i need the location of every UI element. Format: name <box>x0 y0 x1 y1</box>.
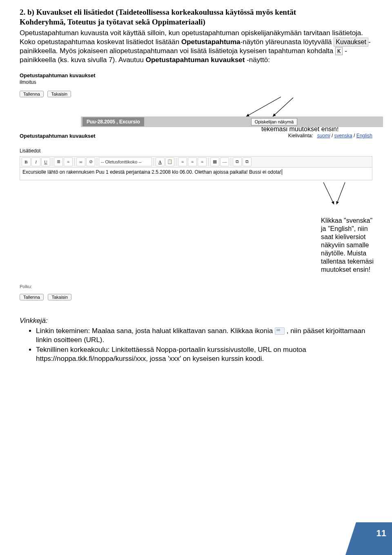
note2-l3: saat kieliversiot <box>321 233 365 240</box>
shot2-subtitle: Lisätiedot <box>20 148 372 154</box>
save-button[interactable]: Tallenna <box>20 91 44 97</box>
bottom-buttons: Tallenna Takaisin <box>20 293 372 300</box>
p1b: Opetustapahtuma <box>181 38 241 46</box>
paste-plain-icon[interactable]: ⧉ <box>243 157 252 166</box>
back-button[interactable]: Takaisin <box>47 91 71 97</box>
toolbar-sep <box>231 158 231 166</box>
toolbar-sep <box>176 158 176 166</box>
font-color-icon[interactable]: A <box>156 157 165 166</box>
note2-l2: ja "English", niin <box>321 225 368 232</box>
tip1a: Linkin tekeminen: Maalaa sana, josta hal… <box>36 327 275 335</box>
toolbar-sep <box>154 158 154 166</box>
intro-paragraph: Opetustapahtuman kuvausta voit käyttää s… <box>20 29 372 65</box>
tip-item-noppa: Teknillinen korkeakoulu: Linkitettäessä … <box>36 345 372 363</box>
hr-icon[interactable]: — <box>220 157 229 166</box>
lang-en-link[interactable]: English <box>356 133 372 139</box>
caret-icon <box>282 169 282 175</box>
course-bar: Puu-28.2005 , Excursio Opiskelijan näkym… <box>81 116 383 127</box>
toolbar-sep <box>208 158 209 166</box>
language-selector: Kielivalinta: suomi / svenska / English <box>288 133 372 139</box>
kuvaukset-button-label: Kuvaukset <box>334 38 368 47</box>
editor-content[interactable]: Excursiolle lähtö on rakennuksen Puu 1 e… <box>20 168 372 180</box>
numbered-list-icon[interactable]: ≡ <box>64 157 73 166</box>
copy-icon[interactable]: ⧉ <box>233 157 242 166</box>
svg-line-2 <box>323 182 334 204</box>
lang-fi-link[interactable]: suomi <box>317 133 330 139</box>
annotation-languages: Klikkaa "svenska" ja "English", niin saa… <box>321 217 382 274</box>
toolbar-sep <box>52 158 52 166</box>
tips-heading: Vinkkejä: <box>20 317 372 325</box>
link-icon <box>275 327 285 335</box>
k-button-label: K <box>335 47 343 55</box>
screenshot-kuvaukset-editor: Opetustapahtuman kuvaukset Kielivalinta:… <box>20 133 372 170</box>
save-button-bottom[interactable]: Tallenna <box>20 294 44 300</box>
annotation-arrows-2 <box>0 180 372 229</box>
page-number-tab: 11 <box>356 522 392 555</box>
heading-line2: Kohderyhmä, Toteutus ja työtavat sekä Op… <box>20 18 205 26</box>
table-icon[interactable]: ▦ <box>210 157 219 166</box>
section-heading: 2. b) Kuvaukset eli lisätiedot (Taideteo… <box>20 7 372 27</box>
shot1-title: Opetustapahtuman kuvaukset <box>20 72 372 78</box>
p1g: -näyttö: <box>245 56 270 64</box>
page-number: 11 <box>376 528 386 539</box>
svg-line-3 <box>336 182 345 204</box>
note2-l1: Klikkaa "svenska" <box>321 217 372 224</box>
align-right-icon[interactable]: ≡ <box>198 157 207 166</box>
p1f: Opetustapahtuman kuvaukset <box>146 56 245 64</box>
note2-l6: tallentaa tekemäsi <box>321 258 374 265</box>
svg-line-0 <box>246 97 281 116</box>
link-icon[interactable]: ∞ <box>76 157 85 166</box>
toolbar-sep <box>74 158 75 166</box>
note2-l7: muutokset ensin! <box>321 266 370 273</box>
back-button-bottom[interactable]: Takaisin <box>48 294 71 300</box>
student-view-button[interactable]: Opiskelijan näkymä <box>251 118 297 125</box>
shot1-subtitle: ilmoitus <box>20 79 372 85</box>
note2-l4: näkyviin samalle <box>321 242 369 248</box>
italic-icon[interactable]: I <box>31 157 40 166</box>
align-center-icon[interactable]: ≡ <box>188 157 197 166</box>
lang-label: Kielivalinta: <box>288 133 313 139</box>
lang-sv-link[interactable]: svenska <box>334 133 352 139</box>
note2-l5: näytölle. Muista <box>321 250 366 257</box>
tip-item-link: Linkin tekeminen: Maalaa sana, josta hal… <box>36 327 372 345</box>
align-left-icon[interactable]: ≡ <box>178 157 187 166</box>
tips-list: Linkin tekeminen: Maalaa sana, josta hal… <box>20 327 372 363</box>
screenshot-kuvaukset-top: Opetustapahtuman kuvaukset ilmoitus Tall… <box>20 72 372 130</box>
svg-line-1 <box>273 98 293 116</box>
editor-text: Excursiolle lähtö on rakennuksen Puu 1 e… <box>22 169 281 175</box>
paste-icon[interactable]: 📋 <box>165 157 174 166</box>
path-label: Polku: <box>20 284 372 289</box>
font-size-select[interactable]: -- Oletusfonttikoko -- <box>99 157 152 166</box>
underline-icon[interactable]: U <box>41 157 50 166</box>
editor-toolbar: B I U ≣ ≡ ∞ ⊘ -- Oletusfonttikoko -- A 📋… <box>20 156 372 168</box>
p1c: -näytön yläreunasta löytyvällä <box>241 38 334 46</box>
bullet-list-icon[interactable]: ≣ <box>54 157 63 166</box>
heading-line1: 2. b) Kuvaukset eli lisätiedot (Taideteo… <box>20 8 296 16</box>
unlink-icon[interactable]: ⊘ <box>86 157 95 166</box>
course-code: Puu-28.2005 , Excursio <box>82 117 144 126</box>
toolbar-sep <box>97 158 97 166</box>
bold-icon[interactable]: B <box>22 157 31 166</box>
